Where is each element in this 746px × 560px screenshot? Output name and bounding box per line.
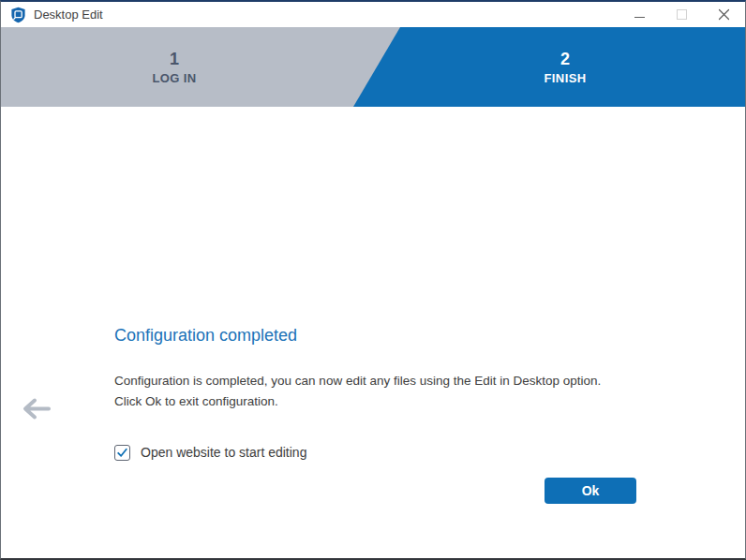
open-website-checkbox[interactable] [114,445,130,461]
minimize-icon [634,17,645,18]
app-window: Desktop Edit 1 LOG IN 2 FINISH [0,0,746,560]
maximize-button [661,2,703,27]
open-website-checkbox-row[interactable]: Open website to start editing [114,443,306,462]
step-finish: 2 FINISH [385,27,745,107]
close-button[interactable] [703,2,745,27]
window-controls [619,2,745,27]
app-icon [10,7,26,23]
step-login: 1 LOG IN [1,27,348,107]
checkbox-label: Open website to start editing [141,445,306,460]
body-text-line1: Configuration is completed, you can now … [114,371,601,391]
back-button[interactable] [18,393,53,423]
step-number: 2 [560,50,570,68]
body-text-line2: Click Ok to exit configuration. [114,391,601,412]
stepper: 1 LOG IN 2 FINISH [1,27,745,107]
title-bar: Desktop Edit [1,2,745,27]
ok-button[interactable]: Ok [545,478,636,504]
page-title: Configuration completed [114,323,297,347]
minimize-button[interactable] [619,2,661,27]
close-icon [718,8,730,21]
content-area: Configuration completed Configuration is… [1,107,745,558]
maximize-icon [677,9,687,20]
step-label: LOG IN [152,71,196,85]
body-text: Configuration is completed, you can now … [114,371,601,412]
window-title: Desktop Edit [34,7,103,22]
check-icon [116,447,128,459]
step-label: FINISH [544,71,586,85]
step-number: 1 [170,50,179,68]
back-arrow-icon [20,396,52,421]
